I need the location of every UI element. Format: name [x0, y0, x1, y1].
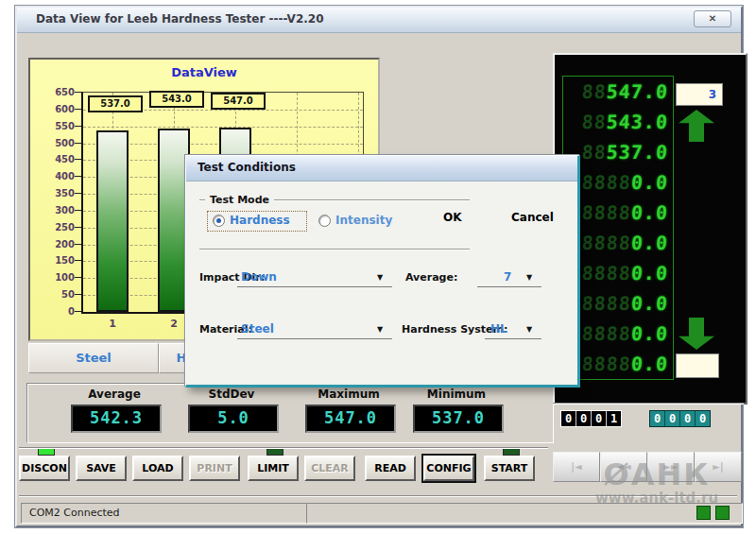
y-axis-tick-label: 400: [39, 171, 75, 181]
led-unlit-digits: 88: [581, 80, 608, 103]
led-lit-digits: 0.0: [630, 292, 669, 315]
impact-dir-dropdown-icon[interactable]: ▼: [377, 273, 383, 282]
divider: [19, 495, 737, 497]
status-led-icon: [715, 506, 730, 520]
read-button[interactable]: READ: [365, 456, 416, 481]
close-button[interactable]: ✕: [694, 10, 731, 27]
hardness-system-dropdown-icon[interactable]: ▼: [526, 325, 532, 334]
dialog-title: Test Conditions: [198, 161, 296, 174]
y-axis-tick-mark: [75, 176, 81, 177]
counter-group: 0000: [649, 410, 711, 427]
y-axis-tick-label: 650: [39, 87, 75, 97]
material-underline: [237, 338, 392, 339]
bar-value-label: 543.0: [149, 91, 204, 108]
y-axis-tick-mark: [75, 210, 81, 211]
led-display-panel: 88547.088543.088537.088880.088880.088880…: [553, 53, 747, 405]
radio-hardness-label[interactable]: Hardness: [230, 214, 290, 227]
y-axis-tick-mark: [75, 277, 81, 278]
led-lit-digits: 537.0: [606, 141, 669, 164]
nav-next-button[interactable]: ►►: [647, 452, 695, 482]
average-value[interactable]: 7: [504, 270, 511, 284]
counter-digit: 0: [680, 411, 696, 426]
radio-intensity-label[interactable]: Intensity: [335, 214, 392, 227]
led-indicator-discon: [38, 448, 55, 456]
y-axis-tick-mark: [75, 294, 81, 295]
material-value[interactable]: Steel: [241, 322, 274, 336]
stat-label-average: Average: [71, 388, 158, 401]
radio-hardness[interactable]: [213, 215, 225, 227]
y-axis-tick-mark: [75, 260, 81, 261]
y-axis-tick-label: 450: [39, 154, 75, 164]
nav-prev-button[interactable]: ◄◄: [600, 452, 647, 482]
reading-index-box: 3: [676, 83, 723, 106]
clear-button[interactable]: CLEAR: [304, 456, 355, 481]
impact-dir-value[interactable]: Down: [241, 270, 277, 284]
y-axis-tick-label: 200: [39, 239, 75, 250]
led-lit-digits: 0.0: [630, 262, 669, 284]
average-dropdown-icon[interactable]: ▼: [526, 273, 532, 282]
save-button[interactable]: SAVE: [76, 456, 127, 481]
scroll-up-arrow-icon[interactable]: [679, 110, 714, 142]
y-axis-tick-label: 500: [39, 138, 75, 148]
counter-total: 0001: [560, 410, 622, 427]
group-line-bottom: [199, 249, 470, 250]
y-axis-tick-mark: [75, 311, 81, 312]
test-conditions-dialog: Test Conditions Test Mode Hardness Inten…: [185, 155, 580, 388]
y-axis-tick-mark: [75, 126, 81, 127]
print-button[interactable]: PRINT: [189, 456, 240, 481]
nav-first-button[interactable]: |◄: [553, 452, 600, 482]
y-axis-tick-label: 250: [39, 222, 75, 233]
statusbar-connection: COM2 Connected: [21, 503, 310, 524]
connection-status-text: COM2 Connected: [29, 507, 120, 519]
hardness-system-value[interactable]: HL: [490, 322, 507, 336]
dialog-title-bar[interactable]: Test Conditions: [186, 156, 577, 181]
material-dropdown-icon[interactable]: ▼: [377, 325, 383, 334]
average-underline: [477, 286, 541, 287]
counter-digit: 0: [561, 411, 576, 426]
limit-button[interactable]: LIMIT: [248, 456, 299, 481]
client-area: DataView 0501001502002503003504004505005…: [17, 33, 741, 523]
led-unlit-digits: 88: [581, 111, 608, 133]
divider: [19, 447, 548, 449]
y-axis-tick-mark: [75, 159, 81, 160]
scroll-down-arrow-icon[interactable]: [679, 318, 714, 350]
y-axis-tick-label: 0: [39, 306, 75, 317]
led-unlit-digits: 8888: [581, 322, 632, 345]
led-lit-digits: 0.0: [630, 201, 669, 224]
radio-intensity[interactable]: [318, 215, 331, 227]
nav-last-button[interactable]: ►|: [695, 452, 742, 482]
cancel-button[interactable]: Cancel: [511, 211, 554, 224]
counter-digit: 0: [592, 411, 607, 426]
bar-value-label: 547.0: [211, 93, 266, 110]
start-button[interactable]: START: [484, 456, 535, 481]
led-lit-digits: 543.0: [606, 111, 669, 133]
x-axis-tick-label: 1: [101, 318, 124, 330]
window-title: Data View for Leeb Hardness Tester ----V…: [36, 12, 324, 26]
config-button[interactable]: CONFIG: [423, 456, 474, 481]
y-axis-tick-mark: [75, 92, 81, 93]
discon-button[interactable]: DISCON: [19, 456, 70, 481]
load-button[interactable]: LOAD: [132, 456, 183, 481]
y-axis-tick-mark: [75, 227, 81, 228]
y-axis-tick-label: 600: [39, 104, 75, 114]
led-unlit-digits: 88: [581, 141, 608, 164]
counter-digit: 0: [576, 411, 592, 426]
led-unlit-digits: 8888: [581, 353, 632, 375]
led-unlit-digits: 8888: [581, 201, 632, 224]
stat-label-maximum: Maximum: [305, 388, 392, 401]
stat-label-minimum: Minimum: [413, 388, 500, 401]
statusbar-spare: [306, 503, 743, 524]
led-lit-digits: 0.0: [630, 232, 669, 254]
led-lit-digits: 0.0: [630, 322, 669, 345]
led-indicator-start: [503, 448, 520, 456]
ok-button[interactable]: OK: [443, 211, 462, 224]
divider: [553, 403, 744, 405]
reading-index-box-empty: [676, 353, 719, 378]
y-axis-tick-mark: [75, 143, 81, 144]
led-lit-digits: 547.0: [606, 80, 669, 103]
led-reading-row: 88543.0: [562, 108, 674, 136]
tab-steel[interactable]: Steel: [28, 343, 159, 373]
y-axis-tick-label: 150: [39, 255, 75, 266]
y-axis-tick-label: 350: [39, 188, 75, 198]
y-axis-tick-label: 300: [39, 205, 75, 215]
